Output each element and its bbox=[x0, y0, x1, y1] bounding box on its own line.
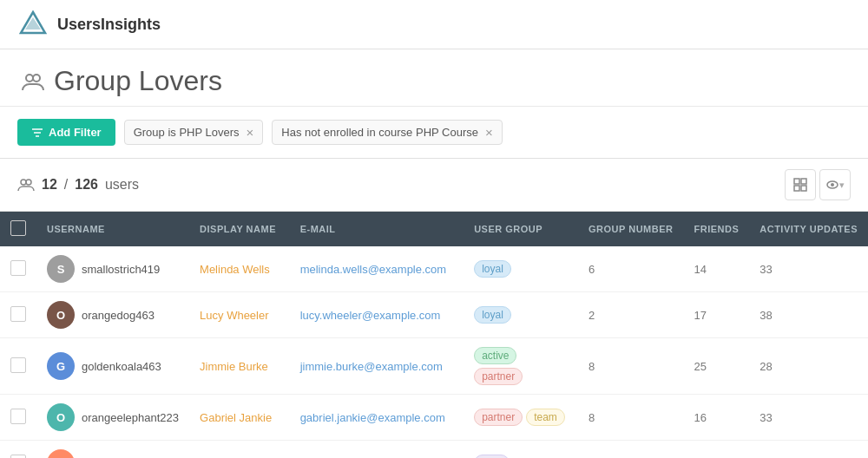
avatar: O bbox=[47, 403, 75, 431]
email-cell: aapo.kinnunen@example.com bbox=[290, 441, 464, 459]
email-text[interactable]: melinda.wells@example.com bbox=[300, 263, 447, 276]
row-checkbox[interactable] bbox=[10, 260, 26, 276]
email-cell: lucy.wheeler@example.com bbox=[290, 292, 464, 338]
svg-rect-10 bbox=[801, 179, 806, 184]
email-cell: jimmie.burke@example.com bbox=[290, 338, 464, 395]
activity-updates-cell: 33 bbox=[749, 395, 868, 441]
row-checkbox[interactable] bbox=[10, 306, 26, 322]
table-row: O orangeelephant223 Gabriel Jankiegabrie… bbox=[0, 395, 868, 441]
tags-cell: activepartner bbox=[464, 338, 578, 395]
email-cell: melinda.wells@example.com bbox=[290, 246, 464, 292]
grid-view-button[interactable] bbox=[785, 169, 816, 200]
logo-icon bbox=[17, 9, 49, 40]
display-name-cell: Gabriel Jankie bbox=[189, 395, 290, 441]
filter-icon bbox=[31, 127, 43, 139]
group-number-cell: 8 bbox=[578, 338, 683, 395]
display-name-text[interactable]: Jimmie Burke bbox=[200, 360, 268, 373]
username-cell: S smallostrich419 bbox=[36, 246, 189, 292]
svg-rect-12 bbox=[801, 186, 806, 191]
display-name-text[interactable]: Gabriel Jankie bbox=[200, 411, 272, 424]
username-cell: O orangedog463 bbox=[36, 292, 189, 338]
table-row: S smallostrich419 Melinda Wellsmelinda.w… bbox=[0, 246, 868, 292]
logo-text: UsersInsights bbox=[57, 16, 161, 34]
col-display-name: DISPLAY NAME bbox=[189, 212, 290, 246]
group-number-cell: 2 bbox=[578, 292, 683, 338]
username-text[interactable]: smallostrich419 bbox=[82, 263, 160, 276]
table-row: G goldenkoala463 Jimmie Burkejimmie.burk… bbox=[0, 338, 868, 395]
friends-cell: 35 bbox=[683, 441, 749, 459]
tag-partner: partner bbox=[474, 368, 523, 385]
tag-partner: partner bbox=[474, 409, 523, 426]
group-number-cell: 5 bbox=[578, 441, 683, 459]
users-icon bbox=[21, 69, 45, 94]
svg-point-3 bbox=[33, 75, 40, 82]
add-filter-button[interactable]: Add Filter bbox=[17, 119, 115, 146]
col-checkbox bbox=[0, 212, 36, 246]
activity-updates-cell: 28 bbox=[749, 338, 868, 395]
avatar: T bbox=[47, 449, 75, 458]
username-cell: O orangeelephant223 bbox=[36, 395, 189, 441]
tags-cell: lead bbox=[464, 441, 578, 459]
username-text[interactable]: orangeelephant223 bbox=[82, 411, 179, 424]
filter-tag-course: Has not enrolled in course PHP Course × bbox=[272, 120, 502, 145]
friends-cell: 16 bbox=[683, 395, 749, 441]
avatar: G bbox=[47, 352, 75, 380]
display-name-cell: Lucy Wheeler bbox=[189, 292, 290, 338]
select-all-checkbox[interactable] bbox=[10, 220, 26, 236]
col-user-group: USER GROUP bbox=[464, 212, 578, 246]
row-checkbox[interactable] bbox=[10, 455, 26, 459]
row-checkbox[interactable] bbox=[10, 409, 26, 424]
eye-icon bbox=[825, 178, 839, 192]
eye-view-button[interactable]: ▾ bbox=[819, 169, 851, 200]
svg-rect-11 bbox=[794, 186, 799, 191]
display-name-cell: Melinda Wells bbox=[189, 246, 290, 292]
table-row: T tinywolf361 Aapo Kinnunenaapo.kinnunen… bbox=[0, 441, 868, 459]
user-count: 12 / 126 users bbox=[17, 177, 139, 193]
group-number-cell: 6 bbox=[578, 246, 683, 292]
col-email: E-MAIL bbox=[290, 212, 464, 246]
row-checkbox[interactable] bbox=[10, 357, 26, 373]
svg-point-8 bbox=[26, 180, 31, 185]
view-toggle: ▾ bbox=[785, 169, 851, 200]
col-activity-updates: ACTIVITY UPDATES bbox=[749, 212, 868, 246]
username-text[interactable]: orangedog463 bbox=[82, 309, 155, 322]
svg-point-14 bbox=[831, 183, 834, 186]
activity-updates-cell: 38 bbox=[749, 292, 868, 338]
display-name-text[interactable]: Lucy Wheeler bbox=[200, 309, 268, 322]
page-title: Group Lovers bbox=[21, 65, 847, 97]
display-name-cell: Jimmie Burke bbox=[189, 338, 290, 395]
tags-cell: loyal bbox=[464, 292, 578, 338]
activity-updates-cell: 41 bbox=[749, 441, 868, 459]
display-name-cell: Aapo Kinnunen bbox=[189, 441, 290, 459]
table-row: O orangedog463 Lucy Wheelerlucy.wheeler@… bbox=[0, 292, 868, 338]
filter-bar: Add Filter Group is PHP Lovers × Has not… bbox=[0, 107, 868, 159]
friends-cell: 17 bbox=[683, 292, 749, 338]
username-cell: G goldenkoala463 bbox=[36, 338, 189, 395]
svg-point-7 bbox=[21, 180, 26, 185]
email-cell: gabriel.jankie@example.com bbox=[290, 395, 464, 441]
filter-remove-course[interactable]: × bbox=[485, 126, 493, 139]
avatar: O bbox=[47, 301, 75, 329]
tag-loyal: loyal bbox=[474, 260, 511, 278]
grid-icon bbox=[793, 178, 807, 192]
col-username: USERNAME bbox=[36, 212, 189, 246]
svg-rect-9 bbox=[794, 179, 799, 184]
col-friends: FRIENDS bbox=[683, 212, 749, 246]
email-text[interactable]: jimmie.burke@example.com bbox=[300, 360, 443, 373]
email-text[interactable]: gabriel.jankie@example.com bbox=[300, 411, 445, 424]
tag-loyal: loyal bbox=[474, 306, 511, 324]
tag-lead: lead bbox=[474, 455, 510, 458]
activity-updates-cell: 33 bbox=[749, 246, 868, 292]
tags-cell: partnerteam bbox=[464, 395, 578, 441]
users-count-icon bbox=[17, 178, 35, 192]
tag-active: active bbox=[474, 347, 516, 364]
display-name-text[interactable]: Melinda Wells bbox=[200, 263, 270, 276]
username-text[interactable]: goldenkoala463 bbox=[82, 360, 161, 373]
avatar: S bbox=[47, 255, 75, 283]
email-text[interactable]: lucy.wheeler@example.com bbox=[300, 309, 441, 322]
username-cell: T tinywolf361 bbox=[36, 441, 189, 459]
friends-cell: 25 bbox=[683, 338, 749, 395]
friends-cell: 14 bbox=[683, 246, 749, 292]
tag-team: team bbox=[526, 409, 565, 426]
filter-remove-group[interactable]: × bbox=[247, 126, 254, 139]
